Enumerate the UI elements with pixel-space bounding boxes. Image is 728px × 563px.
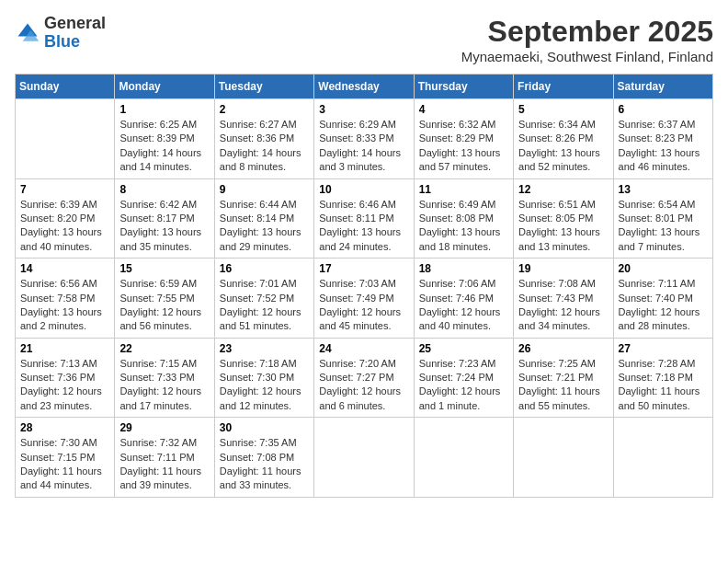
calendar-header-row: SundayMondayTuesdayWednesdayThursdayFrid… (16, 75, 713, 99)
calendar-week-3: 14Sunrise: 6:56 AM Sunset: 7:58 PM Dayli… (16, 259, 713, 339)
day-number: 9 (220, 183, 309, 196)
cell-info: Sunrise: 6:34 AM Sunset: 8:26 PM Dayligh… (518, 118, 608, 175)
calendar-cell: 6Sunrise: 6:37 AM Sunset: 8:23 PM Daylig… (613, 99, 712, 179)
cell-info: Sunrise: 7:25 AM Sunset: 7:21 PM Dayligh… (518, 357, 608, 414)
day-number: 4 (419, 103, 508, 116)
cell-info: Sunrise: 7:15 AM Sunset: 7:33 PM Dayligh… (119, 357, 209, 414)
page-header: General Blue September 2025 Mynaemaeki, … (15, 15, 713, 64)
day-number: 25 (419, 342, 508, 355)
day-number: 3 (319, 103, 408, 116)
calendar-cell: 27Sunrise: 7:28 AM Sunset: 7:18 PM Dayli… (613, 338, 712, 418)
logo-blue-text: Blue (44, 32, 80, 51)
cell-info: Sunrise: 6:39 AM Sunset: 8:20 PM Dayligh… (20, 198, 109, 255)
calendar-cell: 18Sunrise: 7:06 AM Sunset: 7:46 PM Dayli… (414, 259, 513, 339)
cell-info: Sunrise: 6:44 AM Sunset: 8:14 PM Dayligh… (220, 198, 309, 255)
cell-info: Sunrise: 6:59 AM Sunset: 7:55 PM Dayligh… (119, 277, 209, 334)
cell-info: Sunrise: 7:23 AM Sunset: 7:24 PM Dayligh… (419, 357, 508, 414)
day-number: 18 (419, 262, 508, 275)
day-number: 20 (619, 262, 708, 275)
day-header-saturday: Saturday (613, 75, 712, 99)
calendar-cell: 25Sunrise: 7:23 AM Sunset: 7:24 PM Dayli… (414, 338, 513, 418)
calendar-cell (514, 418, 613, 498)
calendar-cell: 15Sunrise: 6:59 AM Sunset: 7:55 PM Dayli… (115, 259, 214, 339)
calendar-week-5: 28Sunrise: 7:30 AM Sunset: 7:15 PM Dayli… (16, 418, 713, 498)
calendar-cell: 8Sunrise: 6:42 AM Sunset: 8:17 PM Daylig… (115, 178, 214, 259)
day-number: 24 (319, 342, 408, 355)
cell-info: Sunrise: 7:28 AM Sunset: 7:18 PM Dayligh… (619, 357, 708, 414)
calendar-cell: 30Sunrise: 7:35 AM Sunset: 7:08 PM Dayli… (214, 418, 313, 498)
cell-info: Sunrise: 7:06 AM Sunset: 7:46 PM Dayligh… (419, 277, 508, 334)
day-number: 14 (20, 262, 109, 275)
day-number: 30 (220, 421, 309, 434)
calendar-cell: 22Sunrise: 7:15 AM Sunset: 7:33 PM Dayli… (115, 338, 214, 418)
cell-info: Sunrise: 7:03 AM Sunset: 7:49 PM Dayligh… (319, 277, 408, 334)
calendar-cell: 28Sunrise: 7:30 AM Sunset: 7:15 PM Dayli… (16, 418, 115, 498)
day-number: 28 (20, 421, 109, 434)
cell-info: Sunrise: 7:13 AM Sunset: 7:36 PM Dayligh… (20, 357, 109, 414)
day-number: 11 (419, 183, 508, 196)
calendar-cell: 20Sunrise: 7:11 AM Sunset: 7:40 PM Dayli… (613, 259, 712, 339)
calendar-cell: 29Sunrise: 7:32 AM Sunset: 7:11 PM Dayli… (115, 418, 214, 498)
cell-info: Sunrise: 6:56 AM Sunset: 7:58 PM Dayligh… (20, 277, 109, 334)
day-number: 6 (619, 103, 708, 116)
day-header-thursday: Thursday (414, 75, 513, 99)
calendar-cell: 4Sunrise: 6:32 AM Sunset: 8:29 PM Daylig… (414, 99, 513, 179)
day-number: 2 (220, 103, 309, 116)
cell-info: Sunrise: 7:35 AM Sunset: 7:08 PM Dayligh… (220, 436, 309, 493)
day-number: 7 (20, 183, 109, 196)
calendar-cell: 23Sunrise: 7:18 AM Sunset: 7:30 PM Dayli… (214, 338, 313, 418)
day-number: 23 (220, 342, 309, 355)
calendar-cell: 3Sunrise: 6:29 AM Sunset: 8:33 PM Daylig… (314, 99, 414, 179)
cell-info: Sunrise: 7:11 AM Sunset: 7:40 PM Dayligh… (619, 277, 708, 334)
calendar-cell: 21Sunrise: 7:13 AM Sunset: 7:36 PM Dayli… (16, 338, 115, 418)
cell-info: Sunrise: 6:27 AM Sunset: 8:36 PM Dayligh… (220, 118, 309, 175)
calendar-week-1: 1Sunrise: 6:25 AM Sunset: 8:39 PM Daylig… (16, 99, 713, 179)
month-title: September 2025 (461, 15, 713, 49)
logo-general-text: General (44, 14, 106, 32)
cell-info: Sunrise: 6:32 AM Sunset: 8:29 PM Dayligh… (419, 118, 508, 175)
day-number: 10 (319, 183, 408, 196)
cell-info: Sunrise: 6:37 AM Sunset: 8:23 PM Dayligh… (619, 118, 708, 175)
calendar-cell: 13Sunrise: 6:54 AM Sunset: 8:01 PM Dayli… (613, 178, 712, 259)
calendar-cell (613, 418, 712, 498)
cell-info: Sunrise: 6:49 AM Sunset: 8:08 PM Dayligh… (419, 198, 508, 255)
calendar-week-4: 21Sunrise: 7:13 AM Sunset: 7:36 PM Dayli… (16, 338, 713, 418)
cell-info: Sunrise: 6:42 AM Sunset: 8:17 PM Dayligh… (119, 198, 209, 255)
calendar-cell: 24Sunrise: 7:20 AM Sunset: 7:27 PM Dayli… (314, 338, 414, 418)
day-header-wednesday: Wednesday (314, 75, 414, 99)
calendar-cell: 2Sunrise: 6:27 AM Sunset: 8:36 PM Daylig… (214, 99, 313, 179)
calendar-cell: 14Sunrise: 6:56 AM Sunset: 7:58 PM Dayli… (16, 259, 115, 339)
day-number: 13 (619, 183, 708, 196)
cell-info: Sunrise: 7:18 AM Sunset: 7:30 PM Dayligh… (220, 357, 309, 414)
day-number: 27 (619, 342, 708, 355)
day-number: 5 (518, 103, 608, 116)
calendar-cell: 26Sunrise: 7:25 AM Sunset: 7:21 PM Dayli… (514, 338, 613, 418)
calendar-cell: 9Sunrise: 6:44 AM Sunset: 8:14 PM Daylig… (214, 178, 313, 259)
calendar-cell: 1Sunrise: 6:25 AM Sunset: 8:39 PM Daylig… (115, 99, 214, 179)
day-number: 8 (119, 183, 209, 196)
cell-info: Sunrise: 7:20 AM Sunset: 7:27 PM Dayligh… (319, 357, 408, 414)
calendar-cell: 19Sunrise: 7:08 AM Sunset: 7:43 PM Dayli… (514, 259, 613, 339)
calendar-cell (414, 418, 513, 498)
calendar-cell: 10Sunrise: 6:46 AM Sunset: 8:11 PM Dayli… (314, 178, 414, 259)
logo: General Blue (15, 15, 106, 52)
day-number: 29 (119, 421, 209, 434)
cell-info: Sunrise: 6:46 AM Sunset: 8:11 PM Dayligh… (319, 198, 408, 255)
calendar-cell (16, 99, 115, 179)
cell-info: Sunrise: 7:01 AM Sunset: 7:52 PM Dayligh… (220, 277, 309, 334)
day-number: 26 (518, 342, 608, 355)
calendar-cell: 11Sunrise: 6:49 AM Sunset: 8:08 PM Dayli… (414, 178, 513, 259)
cell-info: Sunrise: 6:51 AM Sunset: 8:05 PM Dayligh… (518, 198, 608, 255)
calendar-cell: 7Sunrise: 6:39 AM Sunset: 8:20 PM Daylig… (16, 178, 115, 259)
day-number: 17 (319, 262, 408, 275)
day-number: 19 (518, 262, 608, 275)
day-header-sunday: Sunday (16, 75, 115, 99)
cell-info: Sunrise: 6:54 AM Sunset: 8:01 PM Dayligh… (619, 198, 708, 255)
day-number: 12 (518, 183, 608, 196)
logo-icon (15, 20, 40, 46)
cell-info: Sunrise: 7:08 AM Sunset: 7:43 PM Dayligh… (518, 277, 608, 334)
day-number: 15 (119, 262, 209, 275)
calendar-table: SundayMondayTuesdayWednesdayThursdayFrid… (15, 74, 713, 498)
day-header-tuesday: Tuesday (214, 75, 313, 99)
calendar-cell (314, 418, 414, 498)
